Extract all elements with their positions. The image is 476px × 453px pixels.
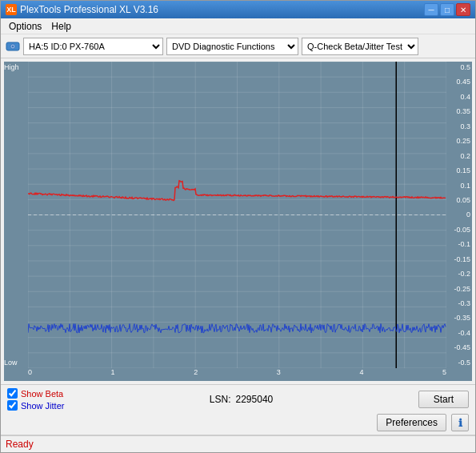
show-jitter-item: Show Jitter (7, 400, 64, 411)
buttons-area: Start (418, 391, 469, 408)
y-label-15: -0.25 (448, 285, 470, 293)
info-button[interactable]: ℹ (451, 414, 469, 431)
y-label-0: 0.5 (448, 63, 470, 71)
title-bar-buttons: ─ □ ✕ (424, 3, 470, 16)
x-label-5: 5 (442, 368, 446, 381)
preferences-button[interactable]: Preferences (377, 414, 446, 431)
y-label-18: -0.4 (448, 329, 470, 337)
close-button[interactable]: ✕ (456, 3, 470, 16)
bottom-bar: Show Beta Show Jitter LSN: 2295040 Start… (1, 384, 475, 435)
show-beta-checkbox[interactable] (7, 388, 18, 399)
x-axis-labels: 0 1 2 3 4 5 (28, 368, 446, 381)
show-beta-label: Show Beta (21, 389, 63, 399)
show-beta-item: Show Beta (7, 388, 64, 399)
y-label-11: -0.05 (448, 226, 470, 234)
status-text: Ready (6, 439, 34, 450)
drive-select[interactable]: HA:5 ID:0 PX-760A (23, 38, 163, 55)
minimize-button[interactable]: ─ (424, 3, 438, 16)
status-bar: Ready (1, 435, 475, 452)
test-select[interactable]: Q-Check Beta/Jitter Test (302, 38, 418, 55)
svg-point-2 (12, 46, 14, 47)
y-label-19: -0.45 (448, 343, 470, 351)
chart-canvas-wrap (28, 62, 446, 368)
y-label-14: -0.2 (448, 270, 470, 278)
y-label-16: -0.3 (448, 299, 470, 307)
chart-area: High Low 0.5 0.45 0.4 0.35 0.3 0.25 0.2 … (4, 62, 472, 381)
y-low-label: Low (4, 359, 18, 367)
y-label-13: -0.15 (448, 255, 470, 263)
controls-row: Show Beta Show Jitter LSN: 2295040 Start (7, 388, 469, 411)
menu-bar: Options Help (1, 18, 475, 34)
y-label-1: 0.45 (448, 78, 470, 86)
y-high-label: High (4, 63, 19, 71)
app-icon: XL (6, 4, 17, 15)
y-label-9: 0.05 (448, 196, 470, 204)
x-label-3: 3 (277, 368, 281, 381)
pref-row: Preferences ℹ (7, 414, 469, 431)
lsn-label: LSN: (210, 394, 231, 405)
maximize-button[interactable]: □ (440, 3, 454, 16)
menu-options[interactable]: Options (4, 19, 46, 34)
start-button[interactable]: Start (418, 391, 469, 408)
x-label-4: 4 (359, 368, 363, 381)
lsn-value: 2295040 (236, 394, 274, 405)
function-select[interactable]: DVD Diagnostic Functions (166, 38, 298, 55)
y-label-6: 0.2 (448, 152, 470, 160)
y-label-20: -0.5 (448, 359, 470, 367)
x-label-1: 1 (111, 368, 115, 381)
title-bar-left: XL PlexTools Professional XL V3.16 (6, 4, 158, 15)
x-label-2: 2 (194, 368, 198, 381)
y-label-8: 0.1 (448, 182, 470, 190)
window-title: PlexTools Professional XL V3.16 (20, 4, 158, 15)
y-label-7: 0.15 (448, 166, 470, 174)
y-label-12: -0.1 (448, 240, 470, 248)
drive-icon (6, 39, 20, 54)
show-jitter-checkbox[interactable] (7, 400, 18, 411)
show-jitter-label: Show Jitter (21, 401, 64, 411)
toolbar: HA:5 ID:0 PX-760A DVD Diagnostic Functio… (1, 34, 475, 58)
main-window: XL PlexTools Professional XL V3.16 ─ □ ✕… (0, 0, 476, 453)
y-label-3: 0.35 (448, 107, 470, 115)
checkboxes: Show Beta Show Jitter (7, 388, 64, 411)
y-axis-right: 0.5 0.45 0.4 0.35 0.3 0.25 0.2 0.15 0.1 … (446, 62, 472, 368)
y-label-4: 0.3 (448, 122, 470, 130)
y-label-10: 0 (448, 210, 470, 218)
title-bar: XL PlexTools Professional XL V3.16 ─ □ ✕ (1, 1, 475, 18)
y-label-5: 0.25 (448, 137, 470, 145)
y-label-2: 0.4 (448, 93, 470, 101)
x-label-0: 0 (28, 368, 32, 381)
menu-help[interactable]: Help (46, 19, 76, 34)
y-label-17: -0.35 (448, 314, 470, 322)
chart-canvas (28, 62, 446, 368)
lsn-area: LSN: 2295040 (210, 394, 273, 405)
